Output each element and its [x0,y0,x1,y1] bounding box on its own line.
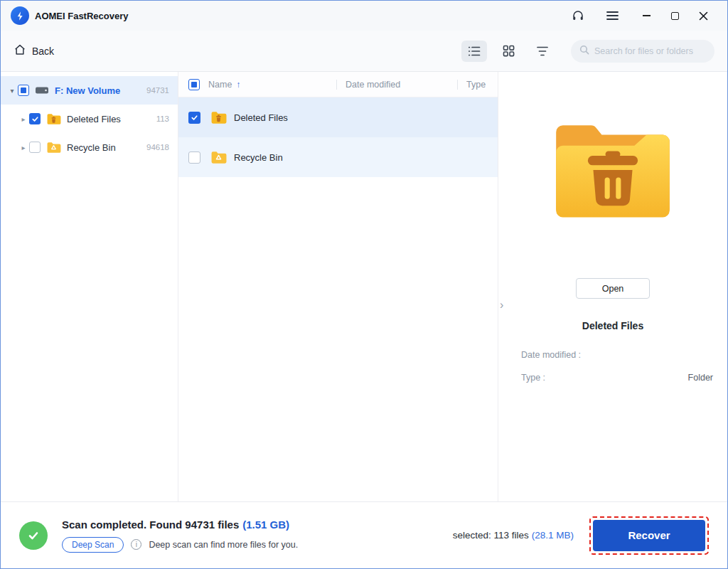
select-all-checkbox[interactable] [188,79,200,90]
tree-item-count: 94618 [146,143,169,151]
tree-item-recycle-bin[interactable]: ▸ Recycle Bin 94618 [1,133,178,161]
tree-item-count: 94731 [146,86,169,95]
toolbar: Back [1,31,727,72]
scan-result-text: Scan completed. Found 94731 files [62,519,239,531]
sidebar-tree: ▾ F: New Volume 94731 ▸ [1,72,178,501]
trash-folder-icon [210,111,227,124]
app-title: AOMEI FastRecovery [35,11,129,21]
grid-view-button[interactable] [496,41,521,62]
column-name[interactable]: Name [208,80,232,90]
row-checkbox[interactable] [188,112,200,124]
type-label: Type : [521,373,545,383]
file-list: Name ↑ Date modified Type [178,72,498,501]
back-button[interactable]: Back [14,43,54,58]
tree-item-volume[interactable]: ▾ F: New Volume 94731 [1,76,178,105]
column-date-modified[interactable]: Date modified [337,80,457,90]
footer-right: selected: 113 files(28.1 MB) Recover [453,516,709,555]
titlebar-controls [564,5,717,26]
collapse-panel-icon[interactable]: › [498,297,505,314]
file-row-deleted-files[interactable]: Deleted Files [178,97,498,137]
selected-files-size: (28.1 MB) [532,530,574,541]
caret-right-icon[interactable]: ▸ [18,115,29,123]
drive-icon [35,85,49,95]
deep-scan-button[interactable]: Deep Scan [62,537,124,553]
close-button[interactable] [689,5,717,26]
maximize-button[interactable] [660,5,689,26]
deleted-files-checkbox[interactable] [29,113,41,124]
preview-metadata: Date modified : Type : Folder [498,350,727,383]
recover-button[interactable]: Recover [593,520,705,551]
type-value: Folder [688,373,713,383]
recover-annotation-box: Recover [589,516,709,555]
toolbar-right [461,40,714,63]
tree-item-deleted-files[interactable]: ▸ Deleted Files 113 [1,105,178,133]
open-button[interactable]: Open [576,278,650,299]
file-row-recycle-bin[interactable]: Recycle Bin [178,137,498,177]
scan-complete-check-icon [19,521,48,550]
recycle-folder-icon [46,142,61,154]
search-icon [579,45,589,58]
home-icon [14,43,26,58]
preview-title: Deleted Files [582,320,643,331]
recycle-bin-checkbox[interactable] [29,142,41,153]
app-window: AOMEI FastRecovery [0,0,728,569]
selected-files-text: selected: 113 files [453,530,529,541]
filter-icon[interactable] [530,41,555,62]
status-bar: Scan completed. Found 94731 files(1.51 G… [1,501,727,568]
scan-result-size: (1.51 GB) [242,519,289,531]
deleted-files-folder-preview-icon [545,115,680,228]
tree-item-count: 113 [156,115,169,123]
sort-ascending-icon[interactable]: ↑ [236,80,240,90]
content: ▾ F: New Volume 94731 ▸ [1,72,727,501]
app-logo-icon [11,6,29,25]
file-row-label: Recycle Bin [234,152,283,163]
caret-down-icon[interactable]: ▾ [6,87,18,95]
preview-panel: › [498,72,727,501]
titlebar: AOMEI FastRecovery [1,1,727,31]
tree-item-label: F: New Volume [55,85,146,96]
column-type[interactable]: Type [458,80,498,90]
tree-item-label: Deleted Files [67,114,156,124]
list-view-button[interactable] [461,41,487,62]
row-checkbox[interactable] [188,151,200,164]
search-box [571,40,714,63]
search-input[interactable] [594,46,701,56]
volume-checkbox[interactable] [18,85,29,96]
menu-icon[interactable] [598,5,626,26]
trash-folder-icon [46,113,61,125]
file-row-label: Deleted Files [234,112,288,123]
info-icon: i [131,539,141,550]
back-label: Back [32,46,54,57]
minimize-button[interactable] [632,5,660,26]
tree-item-label: Recycle Bin [67,142,146,153]
scan-summary: Scan completed. Found 94731 files(1.51 G… [62,519,298,553]
deep-scan-hint: Deep scan can find more files for you. [149,540,298,550]
date-modified-label: Date modified : [521,350,713,360]
caret-right-icon[interactable]: ▸ [18,144,29,151]
file-list-header: Name ↑ Date modified Type [178,72,498,97]
headset-icon[interactable] [564,5,592,26]
recycle-folder-icon [210,151,227,164]
